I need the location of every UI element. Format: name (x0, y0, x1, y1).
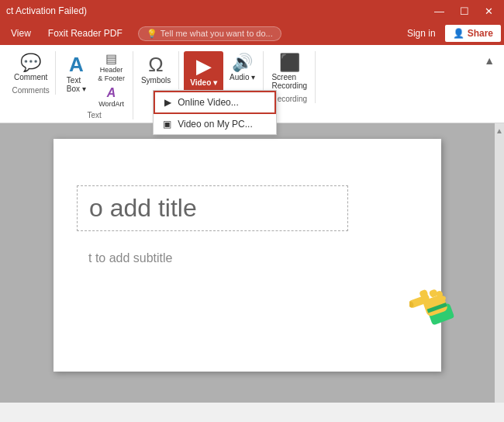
wordart-icon: A (107, 87, 116, 99)
ribbon-group-text: A TextBox ▾ ▤ Header & Footer A WordArt … (56, 51, 133, 119)
ribbon-group-symbols: Ω Symbols (133, 51, 179, 89)
menu-foxit[interactable]: Foxit Reader PDF (40, 25, 130, 42)
ribbon-group-comments: 💬 Comment Comments (6, 51, 56, 95)
wordart-label: WordArt (98, 100, 124, 108)
textbox-label: TextBox ▾ (67, 76, 86, 93)
signin-button[interactable]: Sign in (399, 25, 444, 42)
symbols-button[interactable]: Ω Symbols (138, 51, 174, 88)
minimize-button[interactable]: — (430, 4, 449, 19)
comment-label: Comment (14, 73, 47, 81)
audio-button[interactable]: 🔊 Audio ▾ (226, 51, 258, 85)
screen-recording-icon: ⬛ (279, 54, 300, 71)
ribbon-group-media: ▶ Video ▾ ▶ Online Video... ▣ Video on M… (179, 51, 264, 92)
hand-pointer-illustration (409, 275, 464, 329)
ribbon-scroll: ▲ (481, 51, 498, 70)
ribbon-scroll-up[interactable]: ▲ (484, 54, 495, 67)
title-placeholder[interactable]: o add title (77, 185, 348, 231)
video-dropdown: ▶ Online Video... ▣ Video on My PC... (153, 90, 277, 135)
audio-icon: 🔊 (232, 54, 253, 71)
slide-area: o add title t to add subtitle (0, 123, 495, 403)
ribbon-content: 💬 Comment Comments A TextBox ▾ ▤ Header … (6, 48, 498, 123)
ribbon: 💬 Comment Comments A TextBox ▾ ▤ Header … (0, 45, 504, 123)
maximize-button[interactable]: ☐ (455, 4, 474, 19)
menu-view[interactable]: View (3, 25, 39, 42)
pc-video-icon: ▣ (163, 119, 171, 130)
video-on-pc-label: Video on My PC... (178, 119, 253, 130)
subtitle-placeholder-text: t to add subtitle (88, 251, 173, 265)
title-text: ct Activation Failed) (6, 5, 87, 16)
wordart-button[interactable]: A WordArt (95, 85, 128, 109)
title-placeholder-text: o add title (89, 194, 197, 222)
text-group-label: Text (60, 109, 128, 119)
right-scrollbar[interactable]: ▲ (495, 123, 504, 403)
screen-recording-button[interactable]: ⬛ ScreenRecording (268, 51, 310, 93)
menu-bar: View Foxit Reader PDF 💡 Tell me what you… (0, 22, 504, 45)
close-button[interactable]: ✕ (480, 4, 498, 19)
share-button[interactable]: 👤 Share (445, 25, 501, 42)
search-text: Tell me what you want to do... (161, 29, 273, 38)
footer-label: & Footer (98, 74, 125, 82)
video-btn-container: ▶ Video ▾ ▶ Online Video... ▣ Video on M… (184, 51, 223, 90)
video-icon: ▶ (196, 54, 212, 78)
header-icon: ▤ (105, 53, 117, 65)
video-label: Video ▾ (190, 78, 217, 87)
online-video-option[interactable]: ▶ Online Video... (154, 91, 276, 114)
comment-button[interactable]: 💬 Comment (11, 51, 50, 85)
online-video-icon: ▶ (164, 97, 171, 108)
video-button[interactable]: ▶ Video ▾ (184, 51, 223, 90)
search-icon: 💡 (147, 29, 157, 39)
symbols-label: Symbols (141, 76, 171, 85)
title-controls: — ☐ ✕ (430, 4, 498, 19)
title-bar: ct Activation Failed) — ☐ ✕ (0, 0, 504, 22)
header-label: Header (100, 66, 123, 74)
scroll-up-arrow[interactable]: ▲ (494, 125, 504, 137)
online-video-label: Online Video... (178, 97, 239, 108)
omega-icon: Ω (148, 54, 163, 74)
symbols-group-label (138, 88, 174, 89)
screen-recording-label: ScreenRecording (271, 73, 307, 90)
comments-group-label: Comments (11, 85, 50, 95)
comment-icon: 💬 (20, 54, 41, 71)
textbox-icon: A (69, 54, 84, 74)
main-area: o add title t to add subtitle (0, 123, 504, 403)
header-footer-button[interactable]: ▤ Header & Footer (95, 51, 128, 84)
audio-label: Audio ▾ (230, 73, 255, 81)
slide-canvas[interactable]: o add title t to add subtitle (54, 139, 441, 372)
video-on-pc-option[interactable]: ▣ Video on My PC... (154, 114, 276, 134)
share-icon: 👤 (453, 28, 464, 39)
subtitle-placeholder[interactable]: t to add subtitle (77, 247, 185, 269)
search-bar[interactable]: 💡 Tell me what you want to do... (138, 26, 392, 41)
textbox-button[interactable]: A TextBox ▾ (60, 51, 91, 96)
